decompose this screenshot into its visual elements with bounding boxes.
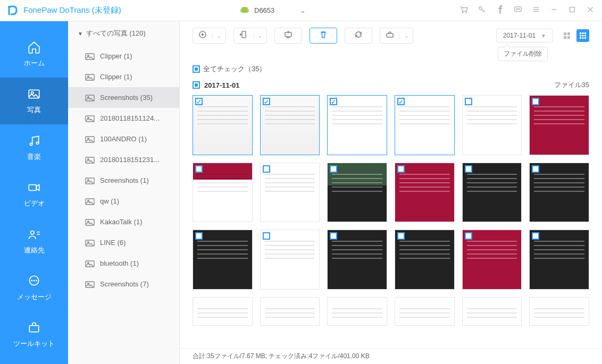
- nav-music-label: 音楽: [27, 153, 41, 160]
- thumbnail-scroll[interactable]: [180, 95, 602, 348]
- delete-button[interactable]: [310, 28, 337, 44]
- facebook-icon[interactable]: [496, 5, 504, 16]
- folder-item[interactable]: 20180118151231...: [68, 149, 179, 170]
- titlebar-actions: [459, 5, 595, 16]
- thumbnail[interactable]: [327, 163, 387, 223]
- nav-home[interactable]: ホーム: [0, 31, 68, 78]
- thumbnail-checkbox[interactable]: [397, 165, 405, 173]
- thumbnail[interactable]: [193, 297, 253, 326]
- feedback-icon[interactable]: [514, 5, 522, 16]
- thumbnail[interactable]: [260, 95, 320, 155]
- thumbnail-checkbox[interactable]: [330, 165, 337, 173]
- titlebar: FonePaw DoTrans (未登録) D6653 ⌄: [0, 0, 602, 21]
- cart-icon[interactable]: [459, 5, 468, 16]
- key-icon[interactable]: [478, 5, 486, 16]
- export-to-pc-button[interactable]: [274, 28, 302, 44]
- nav-music[interactable]: 音楽: [0, 124, 68, 171]
- nav-tools[interactable]: ツールキット: [0, 311, 68, 358]
- nav-messages[interactable]: メッセージ: [0, 265, 68, 311]
- checkbox-partial-icon[interactable]: [193, 81, 200, 89]
- nav-video[interactable]: ビデオ: [0, 171, 68, 218]
- grid-large-view[interactable]: [561, 29, 573, 42]
- thumbnail[interactable]: [395, 230, 455, 290]
- thumbnail-checkbox[interactable]: [397, 98, 405, 105]
- close-icon[interactable]: [586, 5, 595, 16]
- thumbnail[interactable]: [260, 297, 320, 326]
- thumbnail[interactable]: [193, 95, 253, 155]
- nav-photos[interactable]: 写真: [0, 78, 68, 124]
- toolbox-button[interactable]: ⌄: [380, 28, 413, 44]
- thumbnail[interactable]: [395, 95, 455, 155]
- folder-item[interactable]: Screenshots (35): [68, 87, 179, 108]
- thumbnail-checkbox[interactable]: [263, 98, 270, 105]
- thumbnail-checkbox[interactable]: [263, 165, 270, 173]
- thumbnail-image: [328, 298, 387, 325]
- svg-rect-69: [580, 35, 581, 37]
- thumbnail-checkbox[interactable]: [465, 165, 472, 173]
- thumbnail[interactable]: [395, 297, 455, 326]
- grid-small-view[interactable]: [576, 29, 589, 42]
- svg-rect-63: [567, 32, 570, 35]
- chevron-down-icon: ⌄: [300, 6, 306, 14]
- folder-item[interactable]: Clipper (1): [68, 66, 179, 87]
- thumbnail[interactable]: [529, 230, 589, 290]
- thumbnail[interactable]: [462, 95, 522, 155]
- select-all[interactable]: 全てチェック（35）: [180, 64, 602, 78]
- triangle-down-icon: ▼: [78, 31, 83, 37]
- thumbnail[interactable]: [327, 95, 387, 155]
- refresh-button[interactable]: [345, 28, 372, 44]
- thumbnail-checkbox[interactable]: [195, 232, 203, 240]
- menu-icon[interactable]: [532, 5, 540, 16]
- thumbnail-checkbox[interactable]: [532, 98, 539, 105]
- thumbnail-checkbox[interactable]: [465, 98, 472, 105]
- add-button[interactable]: ⌄: [193, 28, 226, 44]
- folder-label: KakaoTalk (1): [100, 218, 142, 226]
- folder-item[interactable]: bluetooth (1): [68, 253, 179, 274]
- thumbnail[interactable]: [193, 230, 253, 290]
- thumbnail-image: [395, 298, 454, 325]
- chevron-down-icon: ⌄: [253, 33, 266, 39]
- thumbnail-checkbox[interactable]: [532, 165, 539, 173]
- thumbnail[interactable]: [395, 163, 455, 223]
- thumbnail[interactable]: [260, 230, 320, 290]
- thumbnail-checkbox[interactable]: [330, 232, 337, 240]
- folder-item[interactable]: qw (1): [68, 191, 179, 211]
- thumbnail[interactable]: [462, 230, 522, 290]
- svg-rect-30: [29, 326, 38, 332]
- folder-label: bluetooth (1): [100, 259, 139, 267]
- folder-item[interactable]: 20180118151124...: [68, 108, 179, 129]
- folder-item[interactable]: LINE (6): [68, 232, 179, 253]
- date-group-header: 2017-11-01 ファイル35: [180, 78, 602, 95]
- export-to-phone-button[interactable]: ⌄: [233, 28, 267, 44]
- thumbnail-checkbox[interactable]: [195, 165, 203, 173]
- folder-root[interactable]: ▼ すべての写真 (120): [68, 21, 179, 46]
- thumbnail[interactable]: [529, 297, 589, 326]
- folder-item[interactable]: Screenshots (1): [68, 170, 179, 191]
- folder-label: qw (1): [100, 197, 119, 205]
- maximize-icon[interactable]: [568, 5, 576, 16]
- svg-rect-1: [241, 9, 248, 13]
- thumbnail[interactable]: [529, 163, 589, 223]
- minimize-icon[interactable]: [550, 5, 558, 16]
- thumbnail-checkbox[interactable]: [330, 98, 337, 105]
- thumbnail-checkbox[interactable]: [263, 232, 270, 240]
- folder-item[interactable]: Screenshots (7): [68, 274, 179, 294]
- device-selector[interactable]: D6653 ⌄: [240, 6, 306, 15]
- thumbnail-checkbox[interactable]: [465, 232, 472, 240]
- thumbnail[interactable]: [327, 297, 387, 326]
- folder-item[interactable]: Clipper (1): [68, 46, 179, 66]
- svg-point-28: [34, 280, 34, 281]
- folder-item[interactable]: KakaoTalk (1): [68, 211, 179, 232]
- thumbnail-checkbox[interactable]: [397, 232, 405, 240]
- date-picker[interactable]: 2017-11-01 ▼: [496, 29, 553, 43]
- nav-contacts[interactable]: 連絡先: [0, 218, 68, 265]
- thumbnail-checkbox[interactable]: [195, 98, 203, 105]
- thumbnail[interactable]: [327, 230, 387, 290]
- thumbnail[interactable]: [462, 163, 522, 223]
- folder-item[interactable]: 100ANDRO (1): [68, 129, 179, 149]
- thumbnail[interactable]: [529, 95, 589, 155]
- thumbnail[interactable]: [193, 163, 253, 223]
- thumbnail[interactable]: [462, 297, 522, 326]
- thumbnail[interactable]: [260, 163, 320, 223]
- thumbnail-checkbox[interactable]: [532, 232, 539, 240]
